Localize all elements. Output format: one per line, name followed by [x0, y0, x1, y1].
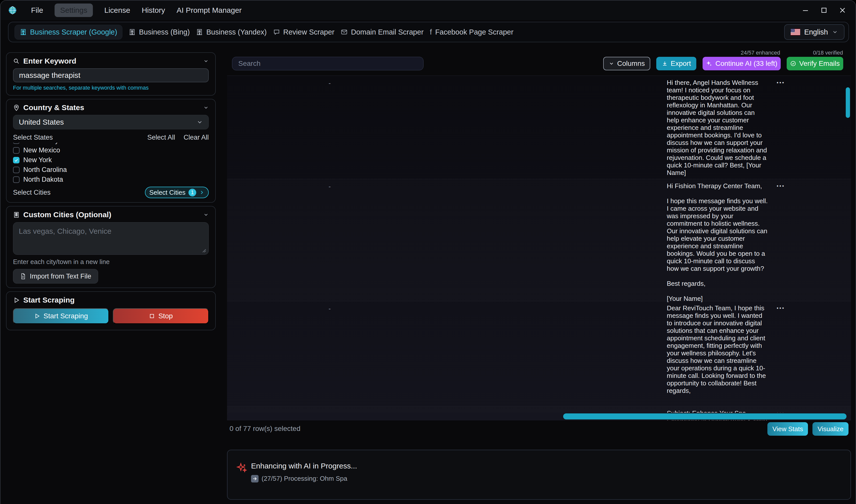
state-label: New Mexico: [23, 146, 60, 154]
keyword-input[interactable]: [13, 68, 209, 82]
stop-icon: [149, 313, 155, 319]
menu-item-file[interactable]: File: [31, 6, 43, 15]
checkbox-unchecked-icon[interactable]: [13, 176, 19, 183]
maximize-icon: [820, 6, 828, 14]
chevron-down-icon: [196, 119, 203, 125]
tab-label: Facebook Page Scraper: [435, 28, 514, 36]
clear-all-link[interactable]: Clear All: [183, 133, 209, 141]
select-cities-label: Select Cities: [13, 189, 51, 196]
minimize-button[interactable]: [800, 5, 811, 16]
tab-business-scraper-google[interactable]: Business Scraper (Google): [15, 25, 122, 39]
columns-button-label: Columns: [617, 59, 645, 68]
location-card-title: Country & States: [23, 103, 84, 112]
import-from-text-file-button[interactable]: Import from Text File: [13, 269, 98, 284]
download-icon: [662, 60, 668, 67]
select-cities-button[interactable]: Select Cities 1: [145, 187, 209, 198]
visualize-button[interactable]: Visualize: [813, 422, 849, 436]
select-states-label: Select States: [13, 133, 53, 141]
location-card: Country & States United States Select St…: [6, 99, 216, 203]
select-all-link[interactable]: Select All: [147, 133, 175, 141]
state-checkbox-row[interactable]: New York: [13, 155, 209, 165]
app-window: File Settings License History AI Prompt …: [0, 0, 856, 504]
states-row: Select States Select All Clear All: [13, 133, 209, 141]
chevron-down-icon: [609, 61, 614, 66]
start-scraping-card: Start Scraping Start Scraping Stop: [6, 291, 216, 330]
check-circle-icon: [790, 60, 796, 67]
tab-label: Domain Email Scraper: [351, 28, 424, 36]
continue-ai-button-label: Continue AI (33 left): [715, 59, 777, 68]
horizontal-scrollbar-thumb[interactable]: [563, 413, 846, 419]
tab-facebook-page-scraper[interactable]: f Facebook Page Scraper: [430, 28, 513, 36]
country-select-value: United States: [19, 118, 64, 126]
country-select[interactable]: United States: [13, 115, 209, 129]
chevron-down-icon: [203, 212, 209, 217]
states-list[interactable]: New Jersey New Mexico New York North Car…: [13, 143, 209, 184]
menu-item-history[interactable]: History: [142, 6, 165, 15]
custom-cities-header[interactable]: Custom Cities (Optional): [13, 211, 209, 219]
location-card-header[interactable]: Country & States: [13, 103, 209, 112]
view-stats-button[interactable]: View Stats: [767, 422, 808, 436]
scraper-tabbar: Business Scraper (Google) Business (Bing…: [8, 22, 849, 42]
verify-emails-button[interactable]: Verify Emails: [787, 57, 843, 70]
verified-count-label: 0/18 verified: [813, 50, 843, 56]
globe-logo-icon: [8, 6, 17, 15]
checkbox-unchecked-icon[interactable]: [13, 143, 19, 144]
sidebar: Enter Keyword For multiple searches, sep…: [6, 52, 216, 330]
chevron-right-icon: [199, 190, 204, 195]
state-checkbox-row[interactable]: North Carolina: [13, 165, 209, 175]
table-row[interactable]: - Dear ReviTouch Team, I hope this messa…: [227, 301, 851, 406]
horizontal-scrollbar[interactable]: [227, 413, 851, 420]
custom-cities-textarea[interactable]: [13, 222, 209, 255]
tab-business-yandex[interactable]: Business (Yandex): [196, 28, 267, 36]
ai-message-cell: Dear ReviTouch Team, I hope this message…: [667, 304, 768, 394]
start-scraping-title: Start Scraping: [23, 296, 75, 304]
state-checkbox-row[interactable]: North Dakota: [13, 175, 209, 184]
close-button[interactable]: [837, 5, 848, 16]
row-actions-button[interactable]: •••: [777, 305, 785, 311]
chat-bubble-icon: [273, 29, 280, 36]
close-icon: [839, 6, 846, 14]
table-search-input[interactable]: [232, 57, 424, 70]
tab-label: Review Scraper: [283, 28, 335, 36]
import-button-label: Import from Text File: [30, 272, 91, 280]
vertical-scrollbar-thumb[interactable]: [846, 87, 850, 118]
table-row[interactable]: - Hi there, Angel Hands Wellness team! I…: [227, 76, 851, 179]
table-cell-empty: -: [322, 183, 337, 191]
tab-domain-email-scraper[interactable]: Domain Email Scraper: [341, 28, 424, 36]
checkbox-unchecked-icon[interactable]: [13, 147, 19, 154]
menu-item-settings[interactable]: Settings: [55, 3, 93, 17]
menu-item-license[interactable]: License: [104, 6, 130, 15]
continue-ai-button[interactable]: Continue AI (33 left): [702, 57, 781, 70]
menu-bar: File Settings License History AI Prompt …: [31, 3, 242, 17]
checkbox-checked-icon[interactable]: [13, 157, 19, 163]
stop-button[interactable]: Stop: [113, 308, 209, 324]
row-actions-button[interactable]: •••: [777, 183, 785, 189]
ai-progress-title: Enhancing with AI in Progress...: [251, 462, 357, 470]
ai-progress-card: Enhancing with AI in Progress... (27/57)…: [227, 450, 851, 500]
window-controls: [800, 5, 848, 16]
tab-business-bing[interactable]: Business (Bing): [129, 28, 190, 36]
tab-review-scraper[interactable]: Review Scraper: [273, 28, 335, 36]
state-label: North Dakota: [23, 176, 63, 183]
minimize-icon: [802, 6, 809, 14]
keyword-hint: For multiple searches, separate keywords…: [13, 85, 209, 91]
columns-button[interactable]: Columns: [603, 57, 650, 70]
start-scraping-button[interactable]: Start Scraping: [13, 308, 109, 324]
ai-message-cell: Hi Fishion Therapy Center Team, I hope t…: [667, 182, 768, 302]
results-table: - Hi there, Angel Hands Wellness team! I…: [227, 76, 851, 420]
table-row[interactable]: - Hi Fishion Therapy Center Team, I hope…: [227, 179, 851, 301]
facebook-icon: f: [430, 28, 432, 36]
export-button[interactable]: Export: [656, 57, 696, 70]
state-checkbox-row[interactable]: New Jersey: [13, 143, 209, 145]
custom-cities-title: Custom Cities (Optional): [23, 211, 111, 219]
chevron-down-icon: [203, 58, 209, 64]
menu-item-ai-prompt-manager[interactable]: AI Prompt Manager: [177, 6, 242, 15]
play-icon: [34, 313, 40, 319]
maximize-button[interactable]: [818, 5, 830, 16]
keyword-card-header[interactable]: Enter Keyword: [13, 57, 209, 65]
state-checkbox-row[interactable]: New Mexico: [13, 145, 209, 155]
checkbox-unchecked-icon[interactable]: [13, 167, 19, 173]
row-actions-button[interactable]: •••: [777, 80, 785, 86]
language-selector[interactable]: English: [784, 24, 844, 40]
building-icon: [13, 212, 20, 218]
